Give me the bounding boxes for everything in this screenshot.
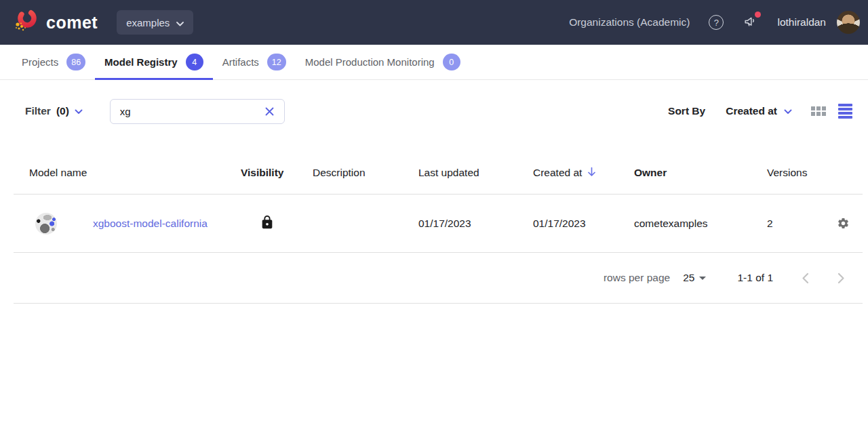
versions-cell: 2 xyxy=(734,218,837,230)
notification-dot xyxy=(755,12,761,18)
filter-dropdown[interactable]: Filter (0) xyxy=(25,105,83,117)
table-header-row: Model name Visibility Description Last u… xyxy=(14,152,863,195)
column-header-created-at[interactable]: Created at xyxy=(533,167,634,180)
column-header-visibility[interactable]: Visibility xyxy=(241,167,313,179)
page-range-label: 1-1 of 1 xyxy=(737,272,773,284)
view-toggles xyxy=(811,104,852,118)
rows-per-page-value: 25 xyxy=(683,272,694,284)
tab-model-production-monitoring[interactable]: Model Production Monitoring 0 xyxy=(296,45,470,79)
tab-projects[interactable]: Projects 86 xyxy=(12,45,95,79)
filter-count: (0) xyxy=(56,105,69,117)
filter-bar: Filter (0) Sort By Created at xyxy=(0,96,868,126)
tab-artifacts-label: Artifacts xyxy=(222,56,259,68)
tab-model-registry-label: Model Registry xyxy=(104,56,178,68)
model-avatar xyxy=(35,213,57,235)
previous-page-button[interactable] xyxy=(799,270,812,287)
tab-projects-label: Projects xyxy=(22,56,58,68)
column-header-last-updated[interactable]: Last updated xyxy=(418,167,533,179)
created-at-label: Created at xyxy=(533,167,582,179)
organization-menu[interactable]: Organizations (Academic) xyxy=(569,16,690,28)
tab-artifacts[interactable]: Artifacts 12 xyxy=(213,45,296,79)
close-icon xyxy=(264,106,275,117)
row-settings-button[interactable] xyxy=(837,217,850,230)
sort-field-value: Created at xyxy=(726,105,777,117)
chevron-down-icon xyxy=(176,17,184,28)
gear-icon xyxy=(837,217,850,230)
rows-per-page-label: rows per page xyxy=(604,272,670,284)
help-icon[interactable]: ? xyxy=(709,15,724,30)
tab-model-production-monitoring-count-badge: 0 xyxy=(443,54,460,70)
clear-search-button[interactable] xyxy=(263,105,276,118)
chevron-down-icon xyxy=(75,105,83,117)
model-registry-table: Model name Visibility Description Last u… xyxy=(14,152,863,304)
table-row: xgboost-model-california 01/17/2023 01/1… xyxy=(14,195,863,253)
dropdown-triangle-icon xyxy=(699,277,706,280)
chevron-left-icon xyxy=(802,272,809,284)
lock-icon xyxy=(260,214,275,233)
search-box xyxy=(110,99,285,124)
sort-area: Sort By Created at xyxy=(668,104,852,118)
sort-descending-arrow-icon xyxy=(587,167,596,180)
username-label[interactable]: lothiraldan xyxy=(777,16,826,28)
sort-field-dropdown[interactable]: Created at xyxy=(726,105,792,117)
next-page-button[interactable] xyxy=(835,270,848,287)
sort-by-label: Sort By xyxy=(668,105,705,117)
pagination-row: rows per page 25 1-1 of 1 xyxy=(14,253,863,304)
user-avatar[interactable] xyxy=(837,11,860,34)
owner-cell: cometexamples xyxy=(634,218,734,230)
column-header-versions[interactable]: Versions xyxy=(734,167,837,179)
tab-model-registry[interactable]: Model Registry 4 xyxy=(95,45,213,79)
header-right: Organizations (Academic) ? lothiraldan xyxy=(569,11,860,34)
tab-model-production-monitoring-label: Model Production Monitoring xyxy=(305,56,435,68)
model-name-cell: xgboost-model-california xyxy=(14,213,241,235)
comet-logo-icon xyxy=(12,7,39,37)
main-tab-bar: Projects 86 Model Registry 4 Artifacts 1… xyxy=(0,45,868,80)
grid-view-icon[interactable] xyxy=(811,106,826,116)
announcements-button[interactable] xyxy=(743,14,758,31)
comet-logo[interactable]: comet xyxy=(12,7,98,37)
filter-label: Filter xyxy=(25,105,51,117)
column-header-owner[interactable]: Owner xyxy=(634,167,734,179)
app-header: comet examples Organizations (Academic) … xyxy=(0,0,868,45)
list-view-icon[interactable] xyxy=(838,104,852,118)
model-name-link[interactable]: xgboost-model-california xyxy=(93,218,208,230)
row-actions-cell xyxy=(837,217,863,230)
chevron-right-icon xyxy=(837,272,845,284)
chevron-down-icon xyxy=(784,105,792,117)
logo-wordmark: comet xyxy=(46,13,98,33)
tab-projects-count-badge: 86 xyxy=(66,54,85,70)
tab-artifacts-count-badge: 12 xyxy=(267,54,286,70)
search-input[interactable] xyxy=(120,106,263,117)
column-header-model-name[interactable]: Model name xyxy=(14,167,241,179)
created-at-cell: 01/17/2023 xyxy=(533,218,634,230)
last-updated-cell: 01/17/2023 xyxy=(418,218,533,230)
visibility-cell xyxy=(241,214,313,233)
rows-per-page-select[interactable]: 25 xyxy=(683,272,706,284)
tab-model-registry-count-badge: 4 xyxy=(186,54,203,70)
workspace-selector[interactable]: examples xyxy=(117,10,193,35)
column-header-description[interactable]: Description xyxy=(313,167,418,179)
workspace-selector-label: examples xyxy=(126,17,170,28)
